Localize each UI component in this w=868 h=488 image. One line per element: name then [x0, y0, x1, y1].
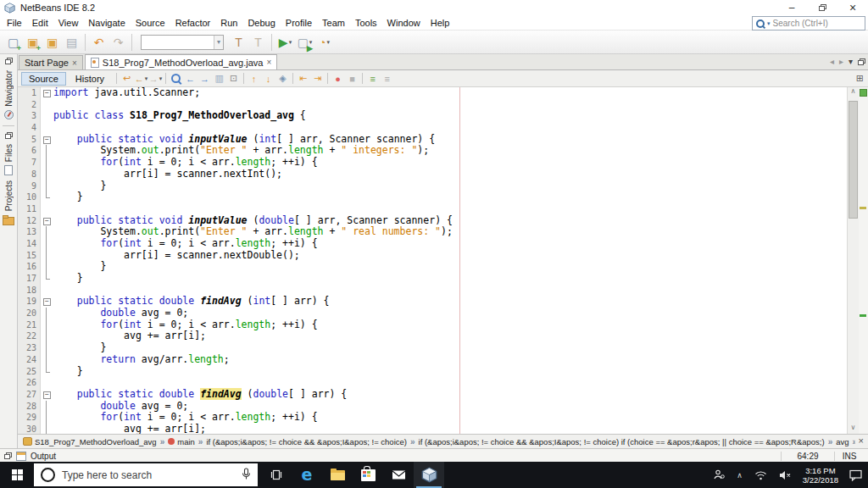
rectangular-selection-button[interactable]: ⊡ — [226, 72, 241, 86]
toggle-bookmark-button[interactable]: ◈ — [275, 72, 290, 86]
edge-button[interactable]: e — [292, 462, 322, 488]
fold-toggle-icon[interactable]: − — [43, 218, 51, 225]
breadcrumb-item[interactable]: if (&apos;i&apos; != choice && &apos;I&a… — [206, 437, 407, 446]
comment-button[interactable]: ≡ — [365, 72, 380, 86]
dock-window-icon[interactable] — [4, 452, 12, 459]
code-line[interactable]: 15 arr[i] = scanner.nextDouble(); — [18, 250, 847, 262]
shift-right-button[interactable]: ⇥ — [310, 72, 325, 86]
code-line[interactable]: 22 avg += arr[i]; — [18, 330, 847, 342]
close-button[interactable]: × — [837, 0, 868, 15]
build-project-button[interactable]: T — [229, 32, 248, 53]
tab-s18-prog7-methodoverload-avg-java[interactable]: S18_Prog7_MethodOverload_avg.java× — [85, 54, 277, 69]
find-button[interactable] — [169, 72, 183, 86]
code-line[interactable]: 27− public static double findAvg (double… — [18, 389, 847, 401]
menu-file[interactable]: File — [2, 18, 27, 28]
mail-button[interactable] — [383, 462, 414, 488]
scroll-up-icon[interactable]: ∧ — [848, 87, 859, 97]
code-line[interactable]: 8 arr[i] = scanner.nextInt(); — [18, 169, 847, 180]
split-editor-icon[interactable]: ⊞ — [856, 73, 864, 84]
task-view-button[interactable] — [261, 462, 292, 488]
file-explorer-button[interactable] — [322, 462, 353, 488]
start-macro-button[interactable]: ● — [331, 72, 345, 86]
tab-list-dropdown-icon[interactable]: ▾ — [849, 57, 853, 66]
code-editor[interactable]: 1−import java.util.Scanner;23public clas… — [18, 87, 868, 434]
code-line[interactable]: 3public class S18_Prog7_MethodOverload_a… — [18, 110, 847, 122]
microphone-icon[interactable] — [242, 468, 251, 482]
quick-search-box[interactable]: ▾ Search (Ctrl+I) — [752, 16, 865, 30]
code-line[interactable]: 29 for(int i = 0; i < arr.length; ++i) { — [18, 412, 847, 424]
menu-help[interactable]: Help — [426, 18, 455, 28]
tab-close-icon[interactable]: × — [266, 58, 271, 67]
stop-macro-button[interactable]: ■ — [345, 72, 359, 86]
volume-muted-button[interactable] — [773, 462, 798, 488]
taskbar-clock[interactable]: 3:16 PM 3/22/2018 — [798, 466, 843, 485]
code-line[interactable]: 12− public static void inputValue (doubl… — [18, 215, 847, 227]
sidebar-item-navigator[interactable]: Navigator — [4, 68, 14, 122]
history-view-button[interactable]: History — [68, 72, 112, 86]
code-line[interactable]: 5− public static void inputValue (int[ ]… — [18, 134, 847, 146]
tab-close-icon[interactable]: × — [72, 58, 77, 68]
menu-team[interactable]: Team — [317, 18, 350, 28]
code-line[interactable]: 14 for(int i = 0; i < arr.length; ++i) { — [18, 238, 847, 250]
breadcrumb-item[interactable]: avg — [836, 437, 849, 446]
wifi-button[interactable] — [748, 462, 773, 488]
run-project-button[interactable]: ▶▾ — [275, 32, 295, 53]
code-line[interactable]: 9 } — [18, 180, 847, 192]
code-line[interactable]: 23 } — [18, 342, 847, 354]
redo-button[interactable]: ↷ — [108, 32, 128, 53]
fold-toggle-icon[interactable]: − — [43, 90, 51, 97]
code-line[interactable]: 20 double avg = 0; — [18, 308, 847, 319]
code-line[interactable]: 30 avg += arr[i]; — [18, 424, 847, 434]
fold-toggle-icon[interactable]: − — [43, 391, 51, 399]
save-all-button[interactable]: ▤ — [62, 32, 81, 53]
menu-view[interactable]: View — [53, 18, 84, 28]
store-button[interactable] — [353, 462, 383, 488]
code-line[interactable]: 16 } — [18, 261, 847, 273]
search-dropdown-icon[interactable]: ▾ — [767, 20, 771, 27]
fold-toggle-icon[interactable]: − — [43, 298, 51, 306]
people-button[interactable] — [707, 462, 731, 488]
scrollbar-thumb[interactable] — [849, 101, 858, 219]
menu-navigate[interactable]: Navigate — [83, 18, 130, 28]
code-line[interactable]: 24 return avg/arr.length; — [18, 354, 847, 366]
code-line[interactable]: 6 System.out.print("Enter " + arr.length… — [18, 145, 847, 157]
code-line[interactable]: 13 System.out.print("Enter " + arr.lengt… — [18, 226, 847, 238]
shift-left-button[interactable]: ⇤ — [296, 72, 310, 86]
clean-build-project-button[interactable]: T — [248, 32, 268, 53]
toggle-highlight-button[interactable]: ▥ — [212, 72, 226, 86]
dock-window-icon[interactable] — [5, 132, 13, 139]
profile-project-button[interactable]: ◔▾ — [314, 32, 334, 53]
code-line[interactable]: 1−import java.util.Scanner; — [18, 87, 847, 99]
output-tab[interactable]: Output — [31, 452, 56, 461]
hidden-icons-chevron[interactable]: ∧ — [731, 462, 748, 488]
action-center-button[interactable] — [843, 462, 868, 488]
debug-project-button[interactable]: ▢▶▾ — [295, 32, 314, 53]
tab-start-page[interactable]: Start Page× — [19, 55, 83, 69]
code-area[interactable]: 1−import java.util.Scanner;23public clas… — [18, 87, 847, 434]
code-line[interactable]: 10 } — [18, 191, 847, 203]
netbeans-taskbar-button[interactable] — [414, 462, 444, 488]
start-button[interactable] — [0, 462, 34, 488]
code-line[interactable]: 4 — [18, 122, 847, 134]
config-combobox[interactable]: ▾ — [141, 35, 224, 50]
minimize-button[interactable]: – — [776, 0, 807, 15]
code-line[interactable]: 7 for(int i = 0; i < arr.length; ++i) { — [18, 157, 847, 169]
breadcrumb-item[interactable]: if (&apos;i&apos; != choice && &apos;I&a… — [419, 437, 825, 446]
new-file-button[interactable]: ▢+ — [3, 32, 23, 53]
menu-run[interactable]: Run — [215, 18, 242, 28]
scroll-tabs-left-icon[interactable]: ◂ — [830, 57, 834, 66]
find-next-button[interactable]: → — [198, 72, 212, 86]
error-stripe-mark[interactable] — [860, 314, 866, 317]
scroll-down-icon[interactable]: ∨ — [848, 424, 859, 434]
code-line[interactable]: 26 — [18, 377, 847, 389]
code-line[interactable]: 25 } — [18, 366, 847, 378]
fold-toggle-icon[interactable]: − — [43, 136, 51, 144]
code-line[interactable]: 17 } — [18, 273, 847, 285]
menu-edit[interactable]: Edit — [27, 18, 53, 28]
find-previous-button[interactable]: ← — [183, 72, 198, 86]
taskbar-search-box[interactable]: Type here to search — [34, 463, 258, 486]
menu-window[interactable]: Window — [382, 18, 426, 28]
code-line[interactable]: 2 — [18, 99, 847, 111]
previous-bookmark-button[interactable]: ↑ — [247, 72, 261, 86]
menu-tools[interactable]: Tools — [350, 18, 382, 28]
